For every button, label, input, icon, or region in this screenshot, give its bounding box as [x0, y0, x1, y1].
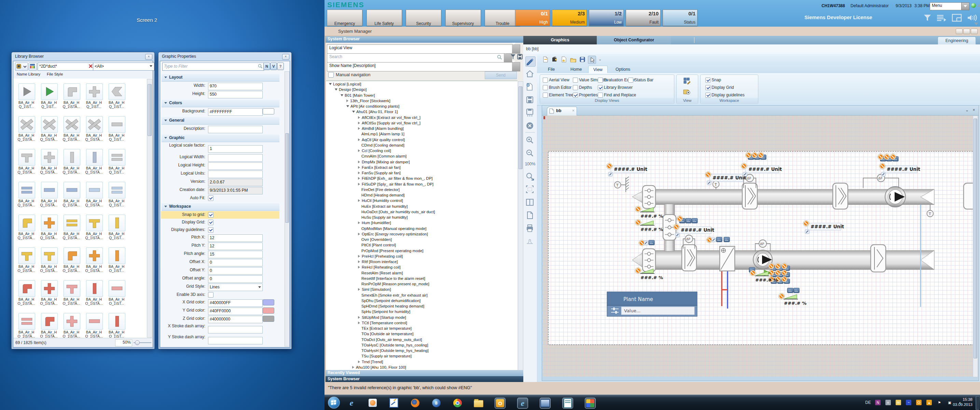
expand-icon[interactable] — [358, 322, 360, 324]
tree-scrollbar[interactable] — [518, 81, 523, 371]
search-input[interactable]: Search — [327, 53, 512, 62]
status-tile-fault[interactable]: 2/10Fault — [626, 10, 660, 26]
filter-value-button[interactable]: V — [270, 62, 277, 70]
symbol-chip[interactable] — [794, 288, 799, 293]
expand-icon[interactable] — [358, 172, 360, 174]
library-item[interactable] — [86, 182, 103, 198]
tree-item[interactable]: TOaHysC [Outside temp_hys_cooling] — [326, 342, 517, 348]
filter-symbol[interactable] — [742, 183, 757, 209]
library-item[interactable] — [18, 83, 35, 100]
tree-item[interactable]: SttUpMod [Startup mode] — [326, 315, 517, 320]
damper-symbol[interactable] — [643, 185, 655, 208]
library-item[interactable] — [86, 313, 103, 330]
settings-icon[interactable]: ≡ — [885, 400, 891, 405]
drawing-canvas[interactable]: TTTΔPΔPΔPΔP####.# Unit####.# Unit####.# … — [543, 115, 973, 376]
ribbon-checkbox[interactable] — [543, 85, 548, 90]
status-tile-medium[interactable]: 2/3Medium — [552, 10, 587, 26]
property-input[interactable]: #400000FF — [208, 299, 262, 307]
template-icon[interactable] — [560, 56, 568, 63]
help-button[interactable]: ? — [277, 62, 284, 70]
damper-symbol[interactable] — [643, 249, 655, 272]
tree-item[interactable]: AflCtlEx [Extract air vol_flow ctrl_] — [326, 115, 517, 120]
alarm-button-life-safety[interactable]: Life Safety — [366, 10, 402, 26]
library-item[interactable] — [109, 313, 126, 330]
filter-icon[interactable] — [923, 14, 932, 22]
tree-filter-icon[interactable] — [510, 54, 516, 60]
property-input[interactable] — [208, 162, 262, 170]
expand-icon[interactable] — [358, 266, 360, 268]
property-section-header[interactable]: Layout — [162, 74, 279, 82]
collapse-down-icon[interactable] — [974, 22, 978, 25]
ribbon-checkbox[interactable] — [573, 93, 578, 98]
plant-name-box[interactable]: Plant Name Value... — [607, 292, 697, 316]
package-icon[interactable] — [551, 56, 558, 63]
start-button[interactable] — [328, 397, 340, 408]
documents-app-icon[interactable] — [562, 398, 573, 408]
zoom-slider-thumb[interactable] — [135, 340, 140, 345]
close-canvas-icon[interactable]: × — [971, 108, 977, 113]
expand-icon[interactable] — [358, 183, 360, 185]
tree-item[interactable]: FilEhDP [Exh_ air filter & flow mon_, DP… — [326, 175, 517, 181]
library-source-dropdown[interactable] — [15, 62, 28, 71]
open-icon[interactable] — [570, 56, 577, 63]
tree-item[interactable]: HuCtl [Humidity control] — [326, 198, 517, 203]
library-item[interactable] — [41, 247, 58, 264]
symbol-chip[interactable] — [788, 288, 793, 293]
properties-filter-input[interactable]: Type to Filter — [162, 62, 264, 71]
library-item[interactable] — [86, 116, 103, 133]
stamp-icon[interactable] — [525, 237, 535, 246]
ribbon-checkbox[interactable] — [543, 78, 548, 83]
collapse-icon[interactable] — [352, 111, 355, 113]
graphics-editor-icon[interactable] — [389, 398, 399, 408]
recently-viewed-bar[interactable]: Recently Viewed — [326, 370, 523, 376]
library-item[interactable] — [41, 215, 58, 231]
clock[interactable]: 15:38 03.09.2013 — [953, 397, 972, 407]
library-item[interactable] — [64, 83, 80, 100]
ribbon-tab-home[interactable]: Home — [566, 65, 587, 73]
property-input[interactable]: 970 — [208, 83, 262, 90]
tree-item[interactable]: 13th_Floor [Stockwerk] — [326, 98, 517, 104]
property-input[interactable] — [208, 337, 262, 345]
ribbon-checkbox[interactable] — [543, 93, 548, 98]
symbol-chip[interactable] — [686, 219, 691, 223]
expand-icon[interactable] — [358, 288, 360, 291]
tree-item[interactable]: HDmd [Heating demand] — [326, 192, 517, 198]
partial-component[interactable] — [964, 183, 973, 209]
expand-icon[interactable] — [358, 138, 360, 141]
ribbon-checkbox[interactable] — [598, 78, 603, 83]
tree-item[interactable]: Ahu100 [Ahu 100, Floor 100] — [326, 365, 517, 370]
tree-item[interactable]: PrOpMod [Present operating mode] — [326, 248, 517, 254]
tree-item[interactable]: APlt [Air conditioning plants] — [326, 104, 517, 109]
communicator-icon[interactable]: 8 — [431, 398, 441, 408]
tree-item[interactable]: SmextEh [Smoke extr_for exhaust air] — [326, 292, 517, 298]
folder-icon[interactable] — [473, 398, 484, 408]
sync-icon[interactable]: ~ — [906, 400, 912, 405]
expand-icon[interactable] — [358, 255, 360, 258]
tab-object-configurator[interactable]: Object Configurator — [597, 36, 671, 45]
home-icon[interactable] — [525, 69, 535, 79]
minimize-button[interactable] — [971, 29, 978, 34]
library-item[interactable] — [86, 83, 103, 100]
ribbon-checkbox[interactable] — [628, 78, 633, 83]
save-icon[interactable] — [579, 56, 586, 63]
library-item[interactable] — [41, 83, 58, 100]
properties-scrollbar[interactable] — [285, 72, 290, 346]
value-unit-label[interactable]: ####.# Unit — [611, 166, 648, 173]
tab-engineering[interactable]: Engineering — [938, 37, 976, 45]
property-input[interactable]: 12 — [208, 242, 262, 250]
heat-recovery-symbol[interactable] — [885, 187, 905, 207]
tab-name-library[interactable]: Name Library — [15, 72, 42, 78]
internet-explorer-icon[interactable]: e — [517, 398, 528, 408]
library-color-button[interactable] — [29, 62, 37, 71]
library-item[interactable] — [109, 182, 126, 198]
internet-explorer-icon[interactable]: e — [346, 398, 356, 408]
tree-item[interactable]: PreHcl [Preheating coil] — [326, 254, 517, 259]
close-tab-icon[interactable]: × — [572, 108, 574, 113]
expand-icon[interactable] — [358, 316, 360, 319]
fit-view-icon[interactable] — [525, 185, 535, 195]
value-unit-label[interactable]: ####.# Unit — [710, 174, 746, 182]
tree-item[interactable]: ResetAlm [Reset alarm] — [326, 270, 517, 276]
language-indicator[interactable]: DE — [865, 400, 871, 405]
ribbon-checkbox[interactable] — [705, 93, 711, 98]
library-item[interactable] — [41, 149, 58, 166]
